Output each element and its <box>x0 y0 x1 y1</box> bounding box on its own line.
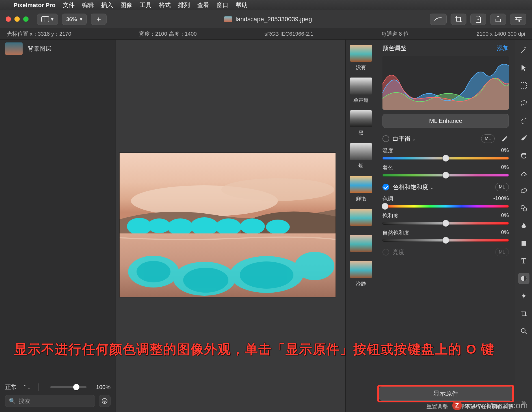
menu-tools[interactable]: 工具 <box>140 1 152 9</box>
menu-arrange[interactable]: 排列 <box>178 1 190 9</box>
marquee-tool[interactable] <box>518 80 529 91</box>
crop-tool[interactable] <box>518 308 529 319</box>
bit-depth: 每通道 8 位 <box>381 30 409 38</box>
hue-slider[interactable] <box>382 205 509 208</box>
pen-tool[interactable] <box>518 220 529 231</box>
minimize-window-button[interactable] <box>14 16 20 22</box>
saturation-label: 饱和度 <box>382 212 399 220</box>
settings-button[interactable] <box>510 14 526 25</box>
effects-tool[interactable]: ✦ <box>518 290 529 302</box>
adjustments-icon <box>520 275 527 282</box>
app-name[interactable]: Pixelmator Pro <box>14 2 55 8</box>
eyedropper-button[interactable] <box>500 134 509 143</box>
wand-icon <box>520 47 527 54</box>
paint-tool[interactable] <box>518 132 529 144</box>
share-icon <box>495 16 501 23</box>
opacity-slider[interactable] <box>50 386 86 388</box>
vibrance-slider[interactable] <box>382 239 509 242</box>
repair-tool[interactable] <box>518 185 529 196</box>
temperature-label: 温度 <box>382 147 393 154</box>
preset-item[interactable] <box>350 209 372 228</box>
erase-tool[interactable] <box>518 168 529 179</box>
brightness-toggle[interactable] <box>382 249 389 256</box>
svg-point-6 <box>519 17 521 18</box>
type-tool[interactable]: T <box>518 255 529 267</box>
menu-image[interactable]: 图像 <box>120 1 132 9</box>
saturation-slider[interactable] <box>382 222 509 225</box>
clone-tool[interactable] <box>518 203 529 214</box>
white-balance-title[interactable]: 白平衡 ⌄ <box>393 135 478 143</box>
svg-text:+: + <box>477 17 479 22</box>
blend-mode-dropdown[interactable]: 正常 <box>5 383 17 391</box>
hue-saturation-title[interactable]: 色相和饱和度 ⌄ <box>393 183 492 191</box>
divider <box>38 383 39 391</box>
fill-tool[interactable] <box>518 150 529 161</box>
annotation-highlight <box>377 385 514 402</box>
preset-smoke[interactable]: 烟 <box>350 143 372 169</box>
hue-saturation-toggle[interactable] <box>382 184 389 190</box>
menu-insert[interactable]: 插入 <box>101 1 113 9</box>
menu-file[interactable]: 文件 <box>63 1 75 9</box>
layers-footer: 正常 ⌃⌄ 100% 🔍 搜索 <box>0 379 116 412</box>
share-button[interactable] <box>490 14 506 25</box>
crop-tool-button[interactable] <box>451 14 466 25</box>
window-toolbar: ▾ 36% ▾ ＋ landscape_205330039.jpeg + <box>0 10 532 28</box>
ml-enhance-button[interactable]: ML Enhance <box>382 114 509 128</box>
layer-row[interactable]: 背景图层 <box>0 40 116 58</box>
layers-search-input[interactable]: 🔍 搜索 <box>5 395 95 407</box>
layer-name: 背景图层 <box>28 45 51 53</box>
fullscreen-window-button[interactable] <box>23 16 29 22</box>
document-name: landscape_205330039.jpeg <box>235 16 312 23</box>
hue-value: -100% <box>493 195 509 203</box>
menu-window[interactable]: 窗口 <box>217 1 228 9</box>
macos-menubar: Pixelmator Pro 文件 编辑 插入 图像 工具 格式 排列 查看 窗… <box>0 0 532 10</box>
sidebar-toggle-button[interactable]: ▾ <box>37 14 58 25</box>
add-button[interactable]: ＋ <box>91 14 107 25</box>
white-balance-toggle[interactable] <box>382 135 389 142</box>
layers-filter-button[interactable] <box>99 395 111 407</box>
lasso-tool[interactable] <box>518 97 529 109</box>
svg-point-20 <box>215 218 241 235</box>
menu-format[interactable]: 格式 <box>159 1 171 9</box>
preset-mono[interactable]: 单声道 <box>350 78 372 104</box>
image-size: 宽度：2100 高度：1400 <box>139 30 197 38</box>
brightness-ml-button[interactable]: ML <box>495 248 509 256</box>
add-adjustment-button[interactable]: 添加 <box>497 44 509 52</box>
canvas-image <box>120 153 336 297</box>
menu-edit[interactable]: 编辑 <box>82 1 94 9</box>
vibrance-value: 0% <box>501 229 509 237</box>
temperature-slider[interactable] <box>382 157 509 160</box>
page-plus-icon: + <box>475 16 481 23</box>
close-window-button[interactable] <box>6 16 11 22</box>
hue-saturation-ml-button[interactable]: ML <box>495 183 509 191</box>
new-document-button[interactable]: + <box>470 14 486 25</box>
preset-vivid[interactable]: 鲜艳 <box>350 176 372 202</box>
layer-thumbnail <box>5 42 23 55</box>
arrange-tool[interactable] <box>518 62 529 74</box>
zoom-dropdown[interactable]: 36% ▾ <box>62 14 87 25</box>
marquee-icon <box>520 82 527 89</box>
svg-point-7 <box>516 18 517 20</box>
reset-adjustments-button[interactable]: 重置调整 <box>427 403 448 410</box>
style-tool[interactable] <box>518 45 529 56</box>
color-select-tool[interactable] <box>518 115 529 126</box>
menu-help[interactable]: 帮助 <box>236 1 248 9</box>
eraser-icon <box>520 170 527 177</box>
preset-item[interactable] <box>350 235 372 254</box>
menu-view[interactable]: 查看 <box>197 1 209 9</box>
repair-tool-button[interactable] <box>430 14 447 25</box>
color-adjustments-tool[interactable] <box>518 273 529 284</box>
shape-tool[interactable] <box>518 238 529 249</box>
preset-black[interactable]: 黑 <box>350 110 372 136</box>
bucket-icon <box>520 152 527 159</box>
hue-label: 色调 <box>382 195 393 203</box>
square-icon <box>521 240 527 246</box>
tint-slider[interactable] <box>382 174 509 177</box>
preset-calm[interactable]: 冷静 <box>350 261 372 287</box>
brightness-title[interactable]: 亮度 <box>393 248 492 256</box>
white-balance-ml-button[interactable]: ML <box>481 134 495 143</box>
preset-none[interactable]: 没有 <box>350 45 372 71</box>
white-balance-section: 白平衡 ⌄ ML 温度0% 着色0% <box>382 134 509 177</box>
zoom-tool[interactable] <box>518 325 529 337</box>
svg-rect-36 <box>520 188 527 193</box>
